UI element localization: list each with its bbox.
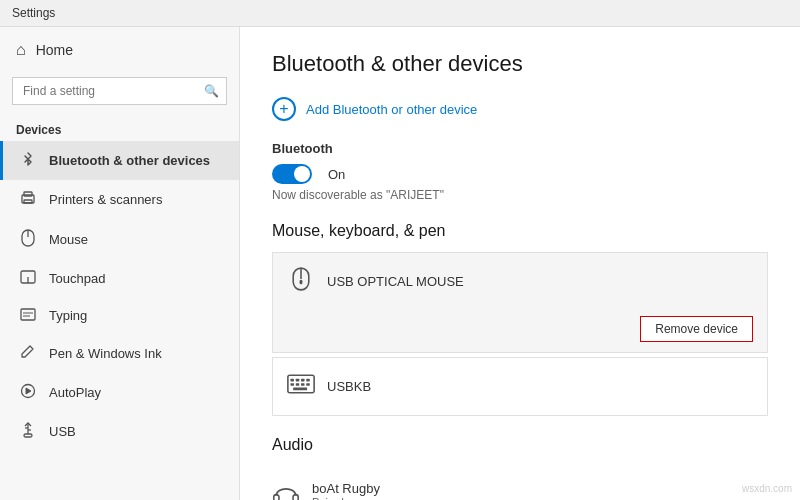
svg-rect-1 [24, 192, 32, 196]
boat-rugby-status: Paired [312, 496, 380, 500]
device-card-actions: Remove device [273, 310, 767, 352]
page-title: Bluetooth & other devices [272, 51, 768, 77]
printer-icon [19, 190, 37, 209]
add-device-button[interactable]: + Add Bluetooth or other device [272, 97, 768, 121]
section-label: Devices [0, 115, 239, 141]
audio-section: Audio boAt Rugby Paired [272, 436, 768, 500]
sidebar-item-label: AutoPlay [49, 385, 101, 400]
toggle-state-label: On [328, 167, 345, 182]
svg-rect-23 [306, 379, 310, 382]
sidebar-home[interactable]: ⌂ Home [0, 27, 239, 73]
bluetooth-toggle[interactable] [272, 164, 312, 184]
sidebar-item-label: Touchpad [49, 271, 105, 286]
mouse-nav-icon [19, 229, 37, 250]
usbkb-name: USBKB [327, 379, 371, 394]
bluetooth-section-title: Bluetooth [272, 141, 768, 156]
search-icon: 🔍 [204, 84, 219, 98]
main-content: Bluetooth & other devices + Add Bluetoot… [240, 27, 800, 500]
boat-rugby-name: boAt Rugby [312, 481, 380, 496]
bluetooth-icon [19, 151, 37, 170]
svg-rect-2 [24, 200, 32, 203]
sidebar: ⌂ Home 🔍 Devices Bluetooth & other devic… [0, 27, 240, 500]
home-icon: ⌂ [16, 41, 26, 59]
audio-section-title: Audio [272, 436, 768, 454]
toggle-thumb [294, 166, 310, 182]
autoplay-icon [19, 383, 37, 402]
mouse-section-title: Mouse, keyboard, & pen [272, 222, 768, 240]
bluetooth-toggle-row: On [272, 164, 768, 184]
home-label: Home [36, 42, 73, 58]
boat-rugby-info: boAt Rugby Paired [312, 481, 380, 500]
svg-rect-7 [21, 309, 35, 320]
discoverable-text: Now discoverable as "ARIJEET" [272, 188, 768, 202]
title-bar-label: Settings [12, 6, 55, 20]
sidebar-item-pen[interactable]: Pen & Windows Ink [0, 334, 239, 373]
sidebar-item-usb[interactable]: USB [0, 412, 239, 451]
typing-icon [19, 307, 37, 324]
usbkb-row: USBKB [272, 357, 768, 416]
svg-rect-22 [301, 379, 305, 382]
sidebar-item-bluetooth[interactable]: Bluetooth & other devices [0, 141, 239, 180]
sidebar-item-label: USB [49, 424, 76, 439]
sidebar-item-mouse[interactable]: Mouse [0, 219, 239, 260]
sidebar-item-autoplay[interactable]: AutoPlay [0, 373, 239, 412]
sidebar-item-printers[interactable]: Printers & scanners [0, 180, 239, 219]
usb-mouse-card-inner: USB OPTICAL MOUSE [273, 253, 767, 310]
usb-mouse-card: USB OPTICAL MOUSE Remove device [272, 252, 768, 353]
keyboard-device-icon [287, 370, 315, 403]
sidebar-item-label: Typing [49, 308, 87, 323]
sidebar-item-label: Printers & scanners [49, 192, 162, 207]
mouse-device-icon [287, 265, 315, 298]
usb-icon [19, 422, 37, 441]
touchpad-icon [19, 270, 37, 287]
sidebar-item-label: Mouse [49, 232, 88, 247]
toggle-track[interactable] [272, 164, 312, 184]
sidebar-item-typing[interactable]: Typing [0, 297, 239, 334]
svg-rect-26 [301, 383, 305, 386]
sidebar-item-label: Bluetooth & other devices [49, 153, 210, 168]
svg-rect-21 [296, 379, 300, 382]
svg-rect-28 [293, 388, 307, 391]
svg-point-18 [299, 280, 302, 285]
usb-mouse-name: USB OPTICAL MOUSE [327, 274, 464, 289]
sidebar-item-touchpad[interactable]: Touchpad [0, 260, 239, 297]
search-input[interactable] [12, 77, 227, 105]
boat-rugby-row: boAt Rugby Paired [272, 466, 768, 500]
add-device-label: Add Bluetooth or other device [306, 102, 477, 117]
svg-marker-11 [26, 388, 31, 394]
svg-rect-27 [306, 383, 310, 386]
headphone-icon [272, 478, 300, 500]
svg-rect-15 [24, 434, 32, 437]
sidebar-item-label: Pen & Windows Ink [49, 346, 162, 361]
pen-icon [19, 344, 37, 363]
remove-device-button[interactable]: Remove device [640, 316, 753, 342]
plus-icon: + [272, 97, 296, 121]
svg-rect-25 [296, 383, 300, 386]
svg-rect-20 [291, 379, 295, 382]
search-container: 🔍 [12, 77, 227, 105]
svg-rect-24 [291, 383, 295, 386]
watermark: wsxdn.com [742, 483, 792, 494]
